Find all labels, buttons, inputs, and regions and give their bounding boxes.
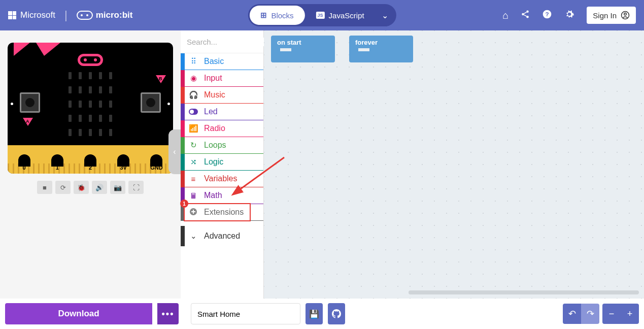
category-label: Variables bbox=[204, 174, 238, 183]
undo-icon: ↶ bbox=[568, 308, 576, 319]
list-icon: ≡ bbox=[189, 175, 198, 183]
simulator-button-a[interactable] bbox=[20, 92, 40, 113]
undo-button[interactable]: ↶ bbox=[563, 304, 581, 324]
audio-button[interactable]: 🔊 bbox=[92, 181, 107, 194]
microbit-logo[interactable]: micro:bit bbox=[77, 10, 133, 20]
category-music[interactable]: 🎧Music bbox=[181, 87, 263, 104]
language-dropdown-button[interactable]: ⌄ bbox=[376, 6, 395, 25]
refresh-icon: ⟳ bbox=[60, 184, 66, 191]
category-label: Radio bbox=[204, 124, 225, 133]
ellipsis-icon: ••• bbox=[162, 309, 175, 319]
plus-circle-icon bbox=[189, 208, 198, 217]
block-on-start[interactable]: on start bbox=[271, 36, 335, 62]
snapshot-button[interactable]: 📷 bbox=[110, 181, 125, 194]
zoom-in-button[interactable]: + bbox=[621, 304, 639, 324]
fullscreen-button[interactable]: ⛶ bbox=[128, 181, 144, 194]
microbit-icon bbox=[77, 11, 93, 20]
category-radio[interactable]: 📶Radio bbox=[181, 120, 263, 137]
category-math[interactable]: 🖩Math bbox=[181, 187, 263, 204]
blocks-canvas[interactable]: on start forever bbox=[264, 30, 644, 299]
download-button[interactable]: Download bbox=[5, 303, 152, 324]
stop-button[interactable]: ■ bbox=[37, 181, 52, 194]
category-basic[interactable]: ⠿Basic bbox=[181, 53, 263, 70]
signal-icon: 📶 bbox=[189, 124, 198, 133]
simulator-led-grid bbox=[69, 72, 112, 136]
top-right-actions: ⌂ ? Sign In bbox=[502, 7, 636, 24]
svg-text:?: ? bbox=[546, 11, 549, 17]
bug-icon: 🐞 bbox=[77, 184, 85, 191]
category-label: Extensions bbox=[204, 208, 244, 217]
svg-point-0 bbox=[527, 10, 529, 13]
javascript-toggle-button[interactable]: JS JavaScript bbox=[305, 6, 376, 25]
blocks-icon: ⊞ bbox=[260, 11, 267, 20]
help-icon[interactable]: ? bbox=[542, 9, 552, 22]
minus-icon: − bbox=[609, 309, 615, 319]
zoom-out-button[interactable]: − bbox=[602, 304, 621, 324]
horizontal-scrollbar[interactable] bbox=[409, 290, 639, 294]
svg-point-2 bbox=[527, 16, 529, 18]
label-a-icon bbox=[23, 118, 33, 126]
category-label: Input bbox=[204, 74, 222, 83]
top-bar: Microsoft | micro:bit ⊞ Blocks JS JavaSc… bbox=[0, 0, 644, 30]
category-label: Led bbox=[204, 107, 218, 116]
block-forever[interactable]: forever bbox=[349, 36, 413, 62]
shuffle-icon: ⤭ bbox=[189, 157, 198, 167]
toolbox-panel: ‹ ⠿Basic ◉Input 🎧Music Led 📶Radio ↻Loops… bbox=[181, 30, 264, 299]
category-led[interactable]: Led bbox=[181, 104, 263, 120]
svg-point-9 bbox=[190, 110, 194, 114]
redo-button[interactable]: ↷ bbox=[581, 304, 599, 324]
pin-3v[interactable]: 3V bbox=[107, 154, 140, 174]
circle-dot-icon: ◉ bbox=[189, 74, 198, 83]
simulator-button-b[interactable] bbox=[141, 92, 161, 113]
collapse-simulator-button[interactable]: ‹ bbox=[168, 129, 181, 174]
redo-icon: ↻ bbox=[189, 141, 198, 150]
save-button[interactable]: 💾 bbox=[306, 303, 323, 324]
svg-point-1 bbox=[522, 13, 525, 15]
category-label: Basic bbox=[204, 57, 224, 66]
main-area: 0 1 2 3V GND ■ ⟳ 🐞 🔊 📷 ⛶ ‹ ⠿Basic ◉I bbox=[0, 30, 644, 299]
category-label: Logic bbox=[204, 157, 223, 167]
category-label: Music bbox=[204, 90, 225, 100]
toggle-icon bbox=[189, 108, 198, 116]
category-variables[interactable]: ≡Variables bbox=[181, 171, 263, 187]
debug-button[interactable]: 🐞 bbox=[74, 181, 89, 194]
home-icon[interactable]: ⌂ bbox=[502, 10, 509, 21]
javascript-toggle-label: JavaScript bbox=[329, 11, 364, 20]
category-extensions[interactable]: Extensions 1 bbox=[181, 204, 263, 221]
category-logic[interactable]: ⤭Logic bbox=[181, 154, 263, 171]
user-icon bbox=[621, 11, 630, 20]
github-button[interactable] bbox=[328, 303, 345, 324]
pin-1[interactable]: 1 bbox=[41, 154, 74, 174]
category-loops[interactable]: ↻Loops bbox=[181, 137, 263, 154]
category-advanced[interactable]: ⌄Advanced bbox=[181, 226, 263, 246]
gear-icon[interactable] bbox=[564, 9, 574, 22]
microbit-simulator[interactable]: 0 1 2 3V GND bbox=[8, 43, 173, 174]
share-icon[interactable] bbox=[521, 10, 530, 21]
redo-icon: ↷ bbox=[587, 308, 594, 319]
editor-toggle: ⊞ Blocks JS JavaScript ⌄ bbox=[248, 4, 396, 26]
headphones-icon: 🎧 bbox=[189, 90, 198, 100]
category-input[interactable]: ◉Input bbox=[181, 70, 263, 87]
simulator-column: 0 1 2 3V GND ■ ⟳ 🐞 🔊 📷 ⛶ bbox=[0, 30, 181, 299]
project-name-input[interactable] bbox=[191, 303, 300, 324]
category-label: Advanced bbox=[204, 232, 240, 241]
download-more-button[interactable]: ••• bbox=[157, 303, 179, 324]
grid-icon: ⠿ bbox=[189, 57, 198, 66]
chevron-down-icon: ⌄ bbox=[382, 11, 388, 20]
microsoft-logo-icon bbox=[8, 11, 16, 19]
label-b-icon bbox=[156, 75, 166, 83]
pin-0[interactable]: 0 bbox=[8, 154, 41, 174]
brand-area: Microsoft | micro:bit bbox=[8, 9, 132, 22]
sign-in-label: Sign In bbox=[593, 11, 617, 20]
pin-2[interactable]: 2 bbox=[74, 154, 107, 174]
chevron-down-icon: ⌄ bbox=[189, 232, 198, 241]
svg-point-6 bbox=[624, 13, 627, 16]
plus-icon: + bbox=[627, 309, 633, 319]
sign-in-button[interactable]: Sign In bbox=[587, 7, 636, 24]
camera-icon: 📷 bbox=[114, 184, 122, 191]
simulator-pins: 0 1 2 3V GND bbox=[8, 145, 173, 174]
restart-button[interactable]: ⟳ bbox=[55, 181, 71, 194]
extension-badge: 1 bbox=[180, 200, 188, 208]
github-icon bbox=[332, 309, 341, 318]
blocks-toggle-button[interactable]: ⊞ Blocks bbox=[249, 6, 304, 25]
